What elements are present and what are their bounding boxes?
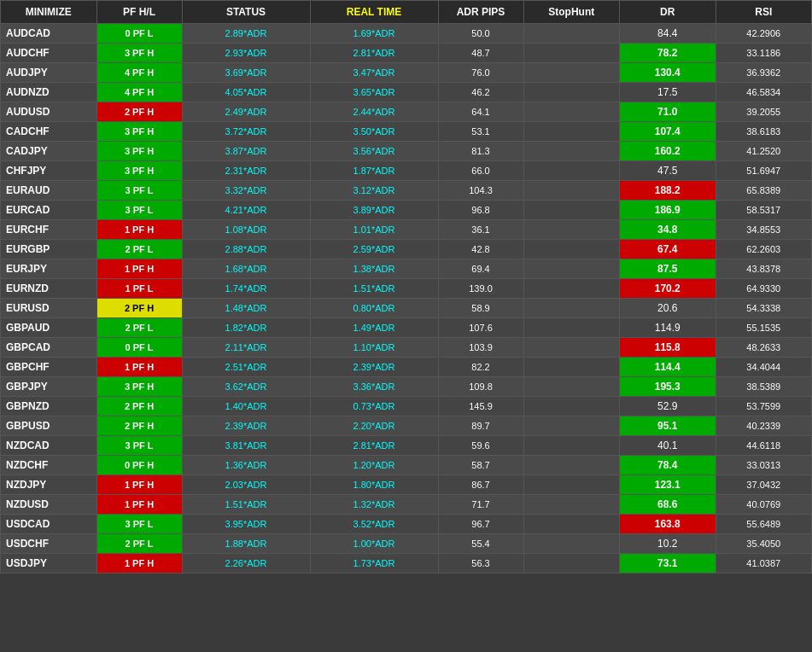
pair-cell: GBPAUD <box>1 318 97 338</box>
table-row: GBPAUD2 PF L1.82*ADR1.49*ADR107.6114.955… <box>1 318 812 338</box>
realtime-cell: 1.00*ADR <box>310 534 438 554</box>
pair-cell: EURCAD <box>1 201 97 220</box>
stophunt-cell <box>523 181 620 201</box>
pair-cell: CADJPY <box>1 142 97 161</box>
table-row: GBPNZD2 PF H1.40*ADR0.73*ADR145.952.953.… <box>1 397 812 416</box>
realtime-cell: 2.39*ADR <box>310 358 438 377</box>
pf-cell: 2 PF H <box>96 416 182 436</box>
status-cell: 2.49*ADR <box>182 102 310 122</box>
pf-cell: 2 PF H <box>96 102 182 122</box>
status-cell: 2.93*ADR <box>182 44 310 63</box>
rsi-cell: 33.0313 <box>716 456 812 475</box>
table-row: GBPUSD2 PF H2.39*ADR2.20*ADR89.795.140.2… <box>1 416 812 436</box>
rsi-cell: 55.6489 <box>716 515 812 534</box>
pf-cell: 2 PF L <box>96 240 182 259</box>
pair-cell: AUDCHF <box>1 44 97 63</box>
adr-cell: 46.2 <box>438 83 523 102</box>
status-cell: 3.72*ADR <box>182 122 310 142</box>
dr-cell: 84.4 <box>620 24 716 44</box>
dr-cell: 78.2 <box>620 44 716 63</box>
realtime-cell: 0.73*ADR <box>310 397 438 416</box>
pair-cell: EURJPY <box>1 259 97 279</box>
dr-cell: 34.8 <box>620 220 716 240</box>
rsi-cell: 54.3338 <box>716 299 812 318</box>
stophunt-cell <box>523 358 620 377</box>
stophunt-cell <box>523 554 620 573</box>
adr-cell: 145.9 <box>438 397 523 416</box>
rsi-cell: 41.0387 <box>716 554 812 573</box>
pair-cell: EURGBP <box>1 240 97 259</box>
table-row: EURCAD3 PF L4.21*ADR3.89*ADR96.8186.958.… <box>1 201 812 220</box>
pair-cell: NZDJPY <box>1 475 97 495</box>
stophunt-cell <box>523 475 620 495</box>
rsi-cell: 53.7599 <box>716 397 812 416</box>
pair-cell: NZDUSD <box>1 495 97 515</box>
rsi-cell: 34.4044 <box>716 358 812 377</box>
realtime-cell: 3.89*ADR <box>310 201 438 220</box>
table-row: AUDCHF3 PF H2.93*ADR2.81*ADR48.778.233.1… <box>1 44 812 63</box>
stophunt-cell <box>523 377 620 397</box>
dr-cell: 115.8 <box>620 338 716 358</box>
rsi-cell: 44.6118 <box>716 436 812 456</box>
pf-cell: 0 PF L <box>96 338 182 358</box>
pair-cell: GBPNZD <box>1 397 97 416</box>
adr-cell: 89.7 <box>438 416 523 436</box>
realtime-cell: 1.10*ADR <box>310 338 438 358</box>
rsi-cell: 34.8553 <box>716 220 812 240</box>
realtime-cell: 1.87*ADR <box>310 161 438 181</box>
realtime-cell: 3.50*ADR <box>310 122 438 142</box>
realtime-cell: 1.51*ADR <box>310 279 438 299</box>
table-row: AUDUSD2 PF H2.49*ADR2.44*ADR64.171.039.2… <box>1 102 812 122</box>
pf-cell: 1 PF H <box>96 220 182 240</box>
table-row: GBPCAD0 PF L2.11*ADR1.10*ADR103.9115.848… <box>1 338 812 358</box>
rsi-cell: 65.8389 <box>716 181 812 201</box>
pf-cell: 3 PF H <box>96 122 182 142</box>
header-pfhl: PF H/L <box>96 1 182 24</box>
stophunt-cell <box>523 122 620 142</box>
dr-cell: 186.9 <box>620 201 716 220</box>
status-cell: 2.51*ADR <box>182 358 310 377</box>
pair-cell: USDJPY <box>1 554 97 573</box>
adr-cell: 103.9 <box>438 338 523 358</box>
pair-cell: GBPJPY <box>1 377 97 397</box>
dr-cell: 20.6 <box>620 299 716 318</box>
status-cell: 1.82*ADR <box>182 318 310 338</box>
status-cell: 2.26*ADR <box>182 554 310 573</box>
realtime-cell: 2.81*ADR <box>310 44 438 63</box>
table-row: CADJPY3 PF H3.87*ADR3.56*ADR81.3160.241.… <box>1 142 812 161</box>
pf-cell: 3 PF H <box>96 44 182 63</box>
dr-cell: 10.2 <box>620 534 716 554</box>
adr-cell: 42.8 <box>438 240 523 259</box>
table-row: AUDNZD4 PF H4.05*ADR3.65*ADR46.217.546.5… <box>1 83 812 102</box>
status-cell: 2.11*ADR <box>182 338 310 358</box>
dr-cell: 114.4 <box>620 358 716 377</box>
dr-cell: 95.1 <box>620 416 716 436</box>
pf-cell: 3 PF H <box>96 142 182 161</box>
stophunt-cell <box>523 201 620 220</box>
pf-cell: 3 PF L <box>96 201 182 220</box>
status-cell: 3.69*ADR <box>182 63 310 83</box>
status-cell: 3.95*ADR <box>182 515 310 534</box>
realtime-cell: 2.44*ADR <box>310 102 438 122</box>
realtime-cell: 1.80*ADR <box>310 475 438 495</box>
dr-cell: 67.4 <box>620 240 716 259</box>
rsi-cell: 55.1535 <box>716 318 812 338</box>
pair-cell: AUDCAD <box>1 24 97 44</box>
header-minimize: MINIMIZE <box>1 1 97 24</box>
pf-cell: 0 PF H <box>96 456 182 475</box>
adr-cell: 109.8 <box>438 377 523 397</box>
realtime-cell: 3.36*ADR <box>310 377 438 397</box>
pf-cell: 1 PF H <box>96 259 182 279</box>
pf-cell: 3 PF L <box>96 436 182 456</box>
realtime-cell: 2.81*ADR <box>310 436 438 456</box>
dr-cell: 114.9 <box>620 318 716 338</box>
stophunt-cell <box>523 63 620 83</box>
adr-cell: 59.6 <box>438 436 523 456</box>
dr-cell: 160.2 <box>620 142 716 161</box>
adr-cell: 69.4 <box>438 259 523 279</box>
dr-cell: 52.9 <box>620 397 716 416</box>
stophunt-cell <box>523 318 620 338</box>
status-cell: 4.21*ADR <box>182 201 310 220</box>
table-row: NZDUSD1 PF H1.51*ADR1.32*ADR71.768.640.0… <box>1 495 812 515</box>
table-row: NZDJPY1 PF H2.03*ADR1.80*ADR86.7123.137.… <box>1 475 812 495</box>
